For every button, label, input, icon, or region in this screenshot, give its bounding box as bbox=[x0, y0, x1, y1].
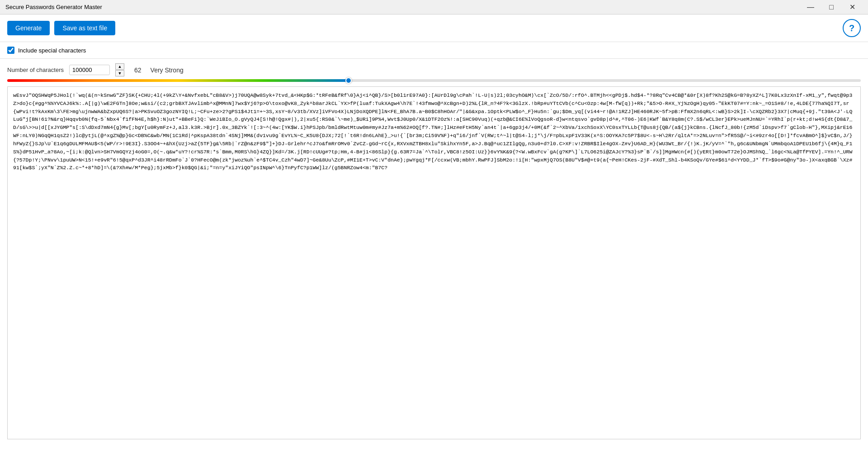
help-button[interactable]: ? bbox=[843, 19, 861, 37]
special-chars-label[interactable]: Include special characters bbox=[18, 47, 86, 54]
num-chars-label: Number of characters bbox=[7, 67, 64, 73]
num-chars-row: Number of characters ▲ ▼ 62 Very Strong bbox=[0, 59, 868, 76]
strength-progress-bar[interactable] bbox=[7, 79, 861, 82]
app-title: Secure Passwords Generator Master bbox=[5, 4, 102, 10]
save-button[interactable]: Save as text file bbox=[54, 21, 115, 35]
decrement-button[interactable]: ▼ bbox=[115, 70, 124, 76]
options-row: Include special characters bbox=[0, 42, 868, 59]
close-button[interactable]: ✕ bbox=[842, 0, 863, 14]
title-bar-left: Secure Passwords Generator Master bbox=[5, 4, 102, 10]
progress-bar-fill bbox=[7, 79, 349, 82]
increment-button[interactable]: ▲ bbox=[115, 63, 124, 70]
strength-label: Very Strong bbox=[151, 67, 184, 74]
window-controls: — □ ✕ bbox=[800, 0, 863, 14]
generate-button[interactable]: Generate bbox=[7, 21, 50, 35]
special-chars-checkbox[interactable] bbox=[7, 47, 14, 54]
title-bar: Secure Passwords Generator Master — □ ✕ bbox=[0, 0, 868, 14]
progress-thumb bbox=[345, 77, 352, 84]
num-chars-input[interactable] bbox=[69, 65, 110, 75]
toolbar: Generate Save as text file ? bbox=[0, 14, 868, 42]
minimize-button[interactable]: — bbox=[800, 0, 821, 14]
maximize-button[interactable]: □ bbox=[821, 0, 842, 14]
strength-number: 62 bbox=[134, 67, 142, 74]
password-display[interactable]: wEsvJ"OQSHWqP5JHol(!`wq(&(n~kSnwG"ZF}SK{… bbox=[7, 86, 861, 439]
spinner-buttons: ▲ ▼ bbox=[115, 63, 124, 76]
